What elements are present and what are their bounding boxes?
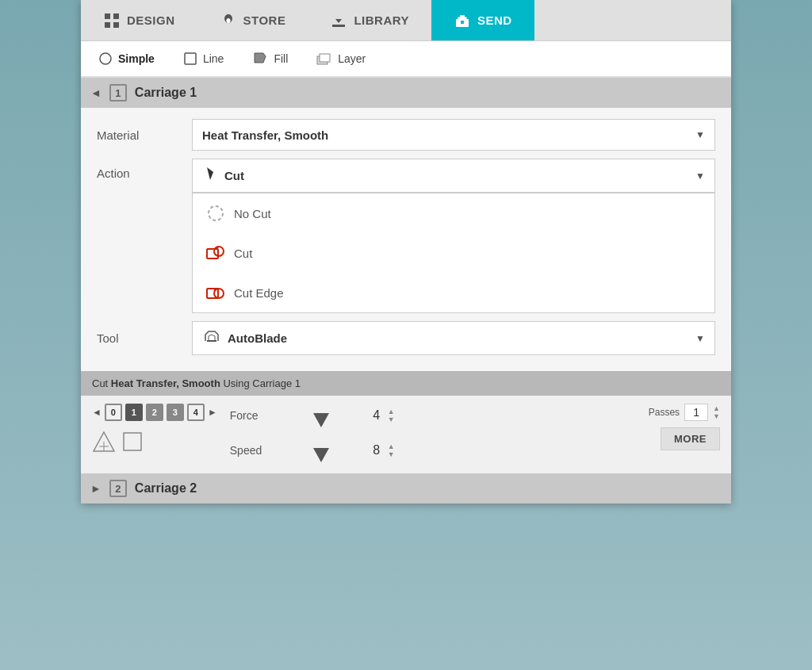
material-label: Material [97, 128, 192, 142]
fill-icon [252, 52, 268, 66]
tab-layer-label: Layer [338, 52, 366, 65]
nav-item-design[interactable]: DESIGN [81, 0, 197, 40]
carriage-1-label: Carriage 1 [135, 86, 197, 100]
slider-section: Force 4 ▲ ▼ Speed 8 [230, 404, 636, 462]
speed-down-arrow[interactable]: ▼ [388, 451, 395, 458]
tool-icons [92, 431, 217, 456]
svg-point-14 [209, 206, 223, 220]
square-icon [122, 431, 143, 455]
step-4[interactable]: 4 [187, 404, 205, 421]
nav-item-send[interactable]: SEND [431, 0, 534, 40]
cut-edge-option-icon [205, 282, 226, 303]
cut-blade-icon [202, 166, 218, 186]
material-dropdown[interactable]: Heat Transfer, Smooth ▼ [192, 119, 715, 151]
more-button[interactable]: MORE [661, 427, 720, 450]
carriage-1-settings: Material Heat Transfer, Smooth ▼ Action [81, 108, 731, 371]
step-left-arrow[interactable]: ◄ [92, 407, 102, 418]
simple-icon [98, 52, 113, 66]
step-2[interactable]: 2 [146, 404, 163, 421]
passes-down-arrow[interactable]: ▼ [713, 413, 720, 420]
carriage-1-num: 1 [109, 84, 127, 101]
svg-rect-9 [461, 21, 464, 24]
summary-material: Heat Transfer, Smooth [111, 377, 220, 389]
summary-suffix: Using Carriage 1 [220, 377, 301, 389]
nav-item-store[interactable]: STORE [197, 0, 308, 40]
passes-row: Passes 1 ▲ ▼ [649, 404, 720, 421]
action-option-no-cut-label: No Cut [234, 207, 271, 220]
svg-rect-1 [113, 13, 119, 19]
tool-label: Tool [97, 331, 192, 345]
cut-option-icon [205, 243, 226, 263]
layer-icon [316, 52, 332, 66]
force-slider[interactable] [282, 404, 361, 427]
tab-simple[interactable]: Simple [97, 48, 156, 69]
speed-up-arrow[interactable]: ▲ [388, 443, 395, 450]
nav-label-store: STORE [243, 13, 286, 27]
svg-rect-2 [105, 22, 110, 28]
speed-label: Speed [230, 444, 274, 457]
carriage-2-num: 2 [109, 480, 127, 497]
svg-rect-8 [460, 15, 465, 19]
nav-label-design: DESIGN [127, 13, 175, 27]
svg-rect-0 [105, 13, 110, 19]
speed-slider[interactable] [282, 438, 361, 462]
action-dropdown-arrow: ▼ [695, 170, 705, 182]
action-label: Action [97, 159, 192, 180]
material-value: Heat Transfer, Smooth [202, 128, 328, 142]
action-value: Cut [224, 169, 244, 182]
speed-slider-handle[interactable] [313, 448, 329, 462]
nav-item-library[interactable]: LIBRARY [308, 0, 431, 40]
svg-rect-11 [185, 53, 196, 64]
store-icon [220, 12, 237, 29]
svg-rect-25 [124, 433, 141, 450]
svg-rect-21 [207, 340, 216, 342]
step-3[interactable]: 3 [167, 404, 184, 421]
tab-line-label: Line [203, 52, 224, 65]
carriage-1-header[interactable]: ◄ 1 Carriage 1 [81, 78, 731, 108]
tab-layer[interactable]: Layer [315, 48, 367, 69]
tab-fill-label: Fill [274, 52, 288, 65]
tab-simple-label: Simple [118, 52, 155, 65]
passes-up-arrow[interactable]: ▲ [713, 405, 720, 412]
controls-area: ◄ 0 1 2 3 4 ► [81, 396, 731, 470]
no-cut-icon [205, 203, 226, 224]
tool-control: AutoBlade ▼ [192, 321, 715, 355]
passes-section: Passes 1 ▲ ▼ MORE [649, 404, 720, 450]
tool-dropdown[interactable]: AutoBlade ▼ [192, 321, 715, 355]
step-1[interactable]: 1 [125, 404, 143, 421]
tab-line[interactable]: Line [182, 48, 225, 69]
svg-rect-3 [113, 22, 119, 28]
carriage-2-header[interactable]: ► 2 Carriage 2 [81, 473, 731, 503]
grid-icon [103, 12, 121, 29]
force-value: 4 [369, 408, 385, 423]
summary-bar: Cut Heat Transfer, Smooth Using Carriage… [81, 371, 731, 396]
svg-point-10 [100, 53, 111, 64]
top-nav: DESIGN STORE LIBRARY [81, 0, 731, 41]
action-option-no-cut[interactable]: No Cut [193, 193, 714, 233]
speed-value-box: 8 ▲ ▼ [369, 443, 395, 458]
force-label: Force [230, 409, 274, 422]
tab-fill[interactable]: Fill [251, 48, 289, 69]
force-down-arrow[interactable]: ▼ [388, 416, 395, 423]
line-icon [183, 52, 197, 66]
step-right-arrow[interactable]: ► [208, 407, 217, 418]
force-spinbox: ▲ ▼ [388, 408, 395, 423]
step-0[interactable]: 0 [105, 404, 122, 421]
force-slider-handle[interactable] [313, 413, 329, 427]
left-controls: ◄ 0 1 2 3 4 ► [92, 404, 217, 456]
action-dropdown-open: No Cut Cut [192, 193, 715, 313]
force-up-arrow[interactable]: ▲ [388, 408, 395, 415]
force-value-box: 4 ▲ ▼ [369, 408, 395, 423]
send-icon [454, 12, 471, 29]
passes-value: 1 [684, 404, 708, 421]
action-dropdown[interactable]: Cut ▼ [192, 159, 715, 193]
triangle-icon [92, 431, 116, 456]
nav-label-send: SEND [477, 13, 512, 27]
speed-value: 8 [369, 443, 385, 458]
carriage-1-collapse-arrow: ◄ [90, 86, 102, 99]
action-row: Action Cut ▼ [97, 159, 715, 313]
action-option-cut[interactable]: Cut [193, 233, 714, 273]
carriage-2-expand-arrow: ► [90, 482, 102, 495]
action-option-cut-edge[interactable]: Cut Edge [193, 273, 714, 312]
speed-row: Speed 8 ▲ ▼ [230, 438, 636, 462]
